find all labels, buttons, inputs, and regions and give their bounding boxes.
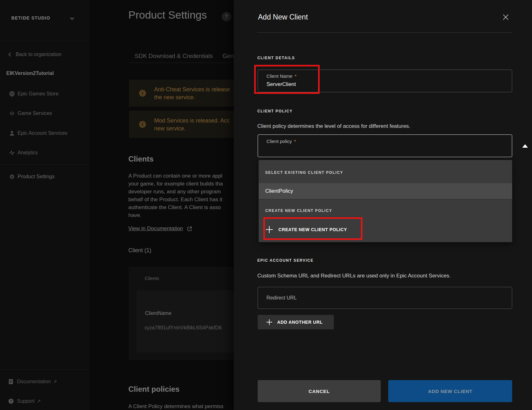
plus-icon [266,319,273,326]
add-url-button-label: ADD ANOTHER URL [277,320,323,325]
close-icon[interactable] [502,14,509,20]
client-policy-section-label: CLIENT POLICY [257,109,293,113]
client-name-value: ServerClient [266,81,512,88]
create-new-client-policy-button[interactable]: CREATE NEW CLIENT POLICY [265,222,347,237]
epic-account-service-section-label: EPIC ACCOUNT SERVICE [257,258,314,263]
required-asterisk: * [294,139,296,144]
plus-icon [265,225,273,234]
client-name-label: Client Name* [266,73,512,79]
add-another-url-button[interactable]: ADD ANOTHER URL [258,315,334,329]
existing-policy-group-label: SELECT EXISTING CLIENT POLICY [265,170,343,175]
cancel-button[interactable]: CANCEL [258,380,381,402]
client-details-section-label: CLIENT DETAILS [257,56,295,60]
cancel-button-label: CANCEL [309,389,330,394]
submit-button-label: ADD NEW CLIENT [428,389,472,394]
create-policy-button-label: CREATE NEW CLIENT POLICY [278,227,347,232]
drawer-title: Add New Client [258,13,308,21]
client-name-field[interactable]: Client Name* ServerClient [258,70,512,92]
required-asterisk: * [295,73,297,79]
create-policy-group-label: CREATE NEW CLIENT POLICY [265,208,332,213]
dropdown-option-clientpolicy[interactable]: ClientPolicy [259,183,512,199]
chevron-up-icon [522,144,528,148]
add-new-client-drawer: Add New Client CLIENT DETAILS Client Nam… [234,0,532,410]
client-policy-description: Client policy determines the level of ac… [257,123,410,129]
divider [257,32,512,33]
client-policy-select[interactable]: Client policy* [258,134,512,157]
client-policy-dropdown: SELECT EXISTING CLIENT POLICY ClientPoli… [259,160,512,242]
redirect-url-input[interactable] [258,287,512,309]
client-policy-select-label: Client policy* [266,139,512,144]
add-new-client-button[interactable]: ADD NEW CLIENT [388,380,512,402]
divider [259,199,512,200]
modal-backdrop[interactable] [0,0,234,410]
epic-account-service-description: Custom Schema URL and Redirect URLs are … [257,273,451,279]
option-label: ClientPolicy [265,188,293,194]
